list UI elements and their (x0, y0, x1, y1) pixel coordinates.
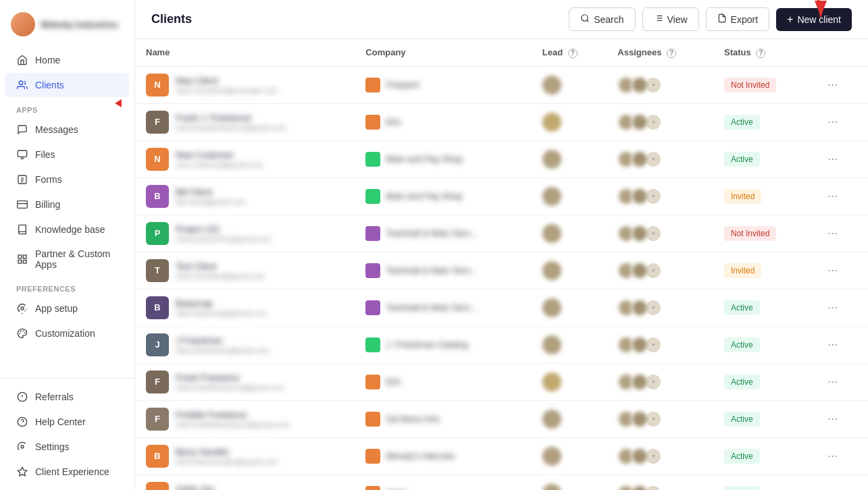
row-more-button[interactable]: ··· (822, 186, 843, 206)
client-lead-cell (532, 289, 607, 326)
client-assignees-cell: + (607, 178, 713, 215)
status-badge: Active (724, 375, 760, 389)
sidebar-item-settings[interactable]: Settings (5, 435, 129, 459)
client-company-cell: Townhall & Main Serv... (355, 289, 532, 326)
assignee-avatar (631, 410, 648, 428)
view-button[interactable]: View (642, 7, 699, 31)
assignees-group: + (617, 151, 703, 168)
assignee-avatar (631, 373, 648, 391)
row-more-button[interactable]: ··· (822, 409, 843, 429)
sidebar-item-customization[interactable]: Customization (5, 321, 129, 346)
sidebar-item-referrals[interactable]: Referrals (5, 385, 129, 409)
client-status-cell: Not Invited (713, 66, 811, 103)
client-actions-cell[interactable]: ··· (811, 178, 868, 215)
client-lead-cell (532, 140, 607, 178)
row-more-button[interactable]: ··· (822, 75, 843, 94)
sidebar-item-clients[interactable]: Clients (5, 73, 129, 97)
row-more-button[interactable]: ··· (822, 483, 843, 490)
sidebar-item-label: Billing (35, 199, 60, 210)
row-more-button[interactable]: ··· (822, 112, 843, 132)
client-company-cell: Freeport (355, 66, 532, 103)
sidebar-item-label: App setup (35, 303, 78, 314)
assignee-avatar (631, 188, 648, 205)
client-lead-cell (532, 103, 607, 140)
sidebar-item-messages[interactable]: Messages (5, 117, 129, 142)
row-more-button[interactable]: ··· (822, 261, 843, 280)
client-email-text: client.basemap@gmail.com (176, 309, 267, 317)
row-more-button[interactable]: ··· (822, 223, 843, 243)
sidebar-item-files[interactable]: Files (5, 142, 129, 167)
company-icon (365, 486, 380, 491)
client-actions-cell[interactable]: ··· (811, 363, 868, 400)
lead-help-icon[interactable]: ? (568, 49, 578, 58)
sidebar-item-label: Referrals (35, 391, 74, 402)
client-name-cell: F Freddie Freelance client.freddiefreela… (135, 400, 355, 437)
help-icon (16, 416, 28, 428)
export-button[interactable]: Export (706, 7, 769, 31)
client-actions-cell[interactable]: ··· (811, 140, 868, 178)
sidebar-item-knowledge-base[interactable]: Knowledge base (5, 217, 129, 242)
sidebar-item-client-experience[interactable]: Client Experience (5, 460, 129, 484)
sidebar-item-billing[interactable]: Billing (5, 192, 129, 217)
client-actions-cell[interactable]: ··· (811, 437, 868, 474)
client-avatar: N (146, 148, 169, 171)
client-name-text: Freddie Freelance (176, 410, 290, 420)
client-status-cell: Active (713, 103, 811, 140)
svg-point-18 (20, 333, 20, 334)
sidebar-item-home[interactable]: Home (5, 48, 129, 72)
client-actions-cell[interactable]: ··· (811, 103, 868, 140)
client-actions-cell[interactable]: ··· (811, 66, 868, 103)
client-name-text: Basemap (176, 298, 267, 308)
client-status-cell: Invited (713, 178, 811, 215)
table-row: N New Client client.newclient@example.co… (135, 66, 868, 103)
client-actions-cell[interactable]: ··· (811, 326, 868, 363)
sidebar-item-forms[interactable]: Forms (5, 167, 129, 192)
client-avatar: F (146, 408, 169, 431)
client-actions-cell[interactable]: ··· (811, 215, 868, 252)
clients-table-container: Name Company Lead ? Assignees ? Status (135, 39, 868, 490)
client-email-text: client.barrysandler@gmail.com (176, 458, 278, 466)
row-more-button[interactable]: ··· (822, 335, 843, 354)
client-actions-cell[interactable]: ··· (811, 400, 868, 437)
client-avatar: B (146, 296, 169, 319)
row-more-button[interactable]: ··· (822, 372, 843, 391)
svg-rect-10 (18, 255, 22, 258)
assignees-group: + (617, 373, 703, 391)
search-button[interactable]: Search (569, 7, 635, 31)
company-name-text: Freeport (386, 80, 419, 90)
row-more-button[interactable]: ··· (822, 298, 843, 317)
client-assignees-cell: + (607, 363, 713, 400)
star-icon (16, 466, 28, 478)
row-more-button[interactable]: ··· (822, 149, 843, 169)
sidebar-item-label: Partner & Custom Apps (35, 248, 118, 270)
assignees-help-icon[interactable]: ? (667, 49, 676, 58)
client-actions-cell[interactable]: ··· (811, 289, 868, 326)
svg-point-17 (20, 331, 21, 332)
row-more-button[interactable]: ··· (822, 446, 843, 466)
col-assignees: Assignees ? (607, 39, 713, 66)
sidebar-item-label: Messages (35, 124, 78, 135)
assignee-avatar (631, 262, 648, 279)
client-name-cell: B Barry Sandler client.barrysandler@gmai… (135, 437, 355, 474)
gear-icon (16, 441, 28, 453)
table-row: F Frank Freelance client.frankfreelance@… (135, 363, 868, 400)
client-company-cell: Main and Pay Shop (355, 140, 532, 178)
client-name-cell: T Test Client client.testclient@gmail.co… (135, 252, 355, 289)
sidebar-item-help-center[interactable]: Help Center (5, 410, 129, 434)
assignees-group: + (617, 447, 703, 465)
assignees-group: + (617, 188, 703, 205)
company-icon (365, 226, 380, 241)
sidebar-item-partner-custom-apps[interactable]: Partner & Custom Apps (5, 242, 129, 276)
sidebar-item-app-setup[interactable]: App setup (5, 296, 129, 321)
client-lead-cell (532, 215, 607, 252)
client-actions-cell[interactable]: ··· (811, 474, 868, 490)
company-name-text: Townhall & Main Serv... (386, 228, 477, 238)
company-icon (365, 152, 380, 167)
client-actions-cell[interactable]: ··· (811, 252, 868, 289)
status-help-icon[interactable]: ? (756, 49, 765, 58)
client-lead-cell (532, 178, 607, 215)
company-name-text: Elm (386, 117, 401, 127)
client-name-cell: J J Freedman client.jfreedman@gmail.com (135, 326, 355, 363)
client-email-text: client.freddiefreelance@gmail.com (176, 420, 290, 429)
new-client-button[interactable]: + New client (776, 8, 852, 31)
